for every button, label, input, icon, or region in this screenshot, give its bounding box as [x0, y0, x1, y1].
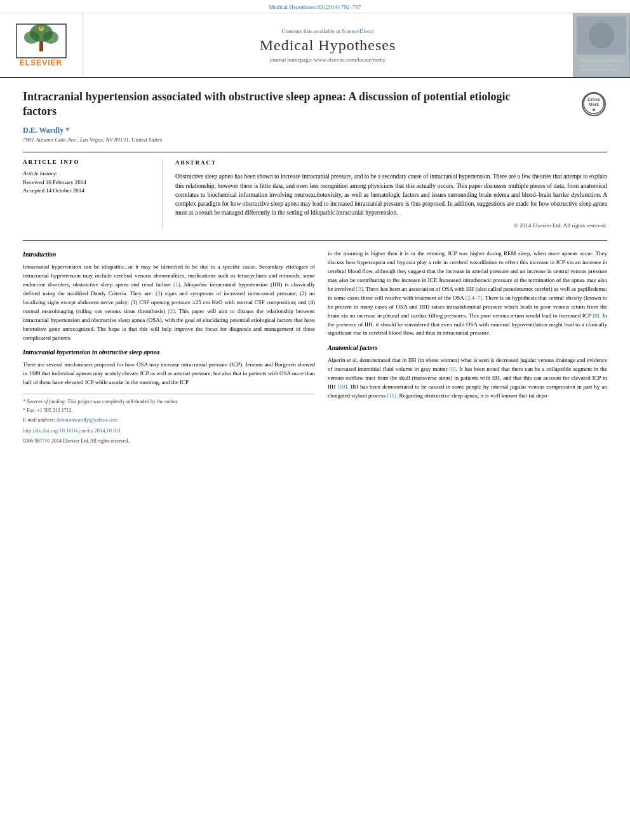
body-col-right: in the morning is higher than it is in t…	[328, 250, 607, 445]
history-label: Article history:	[23, 170, 149, 177]
article-info-col: ARTICLE INFO Article history: Received 1…	[23, 159, 163, 230]
anatomical-p1: Alperin et al. demonstrated that in IIH …	[328, 356, 607, 401]
email-label: E-mail address:	[23, 417, 57, 423]
funding-text: This project was completely self-funded …	[67, 399, 178, 404]
iih-osa-heading: Intracranial hypertension in obstructive…	[23, 347, 315, 357]
elsevier-tree-logo	[16, 23, 67, 58]
anatomical-text: Alperin et al. demonstrated that in IIH …	[328, 357, 607, 399]
email-note: E-mail address: deborahwardly@yahoo.com	[23, 416, 315, 424]
journal-header-left: ELSEVIER	[0, 13, 83, 77]
svg-rect-10	[580, 59, 623, 62]
fax-note: * Fax: +1 505 212 1712.	[23, 407, 315, 415]
body-content: Introduction Intracranial hypertension c…	[23, 240, 607, 445]
crossmark-label: Cross Mark	[583, 93, 605, 116]
anatomical-heading: Anatomical factors	[328, 343, 607, 352]
journal-cover	[573, 13, 630, 77]
sciencedirect-link[interactable]: ScienceDirect	[342, 28, 373, 34]
svg-rect-11	[580, 64, 612, 67]
svg-rect-5	[40, 26, 43, 29]
right-p1-text: in the morning is higher than it is in t…	[328, 250, 607, 336]
svg-text:Mark: Mark	[589, 102, 599, 107]
journal-title: Medical Hypotheses	[260, 37, 396, 54]
svg-rect-12	[580, 69, 618, 71]
introduction-p1: Intracranial hypertension can be idiopat…	[23, 263, 315, 342]
article-title: Intracranial hypertension associated wit…	[23, 90, 544, 119]
intro-text: Intracranial hypertension can be idiopat…	[23, 263, 315, 341]
footer-copyright: 0306-9877/© 2014 Elsevier Ltd. All right…	[23, 437, 315, 445]
journal-citation: Medical Hypotheses 83 (2014) 792–797	[269, 4, 361, 10]
journal-cover-image	[573, 13, 630, 77]
author-affiliation: 7901 Autumn Gate Ave., Las Vegas, NV 891…	[23, 137, 607, 143]
body-col-left: Introduction Intracranial hypertension c…	[23, 250, 315, 445]
author-name: D.E. Wardly *	[23, 126, 607, 135]
copyright: © 2014 Elsevier Ltd. All rights reserved…	[175, 222, 607, 230]
abstract-heading: ABSTRACT	[175, 159, 607, 168]
footer-section: * Sources of funding: This project was c…	[23, 394, 315, 445]
author-section: D.E. Wardly * 7901 Autumn Gate Ave., Las…	[23, 126, 607, 143]
accepted-date: Accepted 14 October 2014	[23, 187, 149, 194]
article-title-section: Intracranial hypertension associated wit…	[23, 90, 607, 119]
svg-rect-3	[39, 41, 43, 51]
introduction-heading: Introduction	[23, 250, 315, 259]
svg-point-9	[589, 23, 614, 48]
sciencedirect-label: Contents lists available at ScienceDirec…	[282, 28, 374, 34]
iih-osa-text: There are several mechanisms proposed fo…	[23, 361, 315, 385]
svg-point-2	[43, 31, 58, 44]
svg-point-1	[24, 31, 39, 44]
email-link[interactable]: deborahwardly@yahoo.com	[57, 417, 117, 423]
doi-link[interactable]: http://dx.doi.org/10.1016/j.mehy.2014.10…	[23, 427, 121, 434]
svg-point-16	[593, 109, 595, 111]
funding-note: * Sources of funding: This project was c…	[23, 398, 315, 406]
crossmark-badge: Cross Mark	[582, 92, 607, 117]
abstract-text: Obstructive sleep apnea has been shown t…	[175, 172, 607, 217]
funding-label: * Sources of funding:	[23, 399, 66, 404]
journal-top-bar: Medical Hypotheses 83 (2014) 792–797	[0, 0, 630, 13]
elsevier-wordmark: ELSEVIER	[20, 58, 62, 67]
journal-header-center: Contents lists available at ScienceDirec…	[83, 13, 573, 77]
page-wrapper: Medical Hypotheses 83 (2014) 792–797 ELS…	[0, 0, 630, 457]
abstract-col: ABSTRACT Obstructive sleep apnea has bee…	[163, 159, 607, 230]
main-content: Intracranial hypertension associated wit…	[0, 78, 630, 457]
journal-homepage: journal homepage: www.elsevier.com/locat…	[270, 57, 385, 63]
svg-text:Cross: Cross	[587, 97, 600, 102]
article-info-heading: ARTICLE INFO	[23, 159, 149, 165]
iih-osa-p1: There are several mechanisms proposed fo…	[23, 361, 315, 387]
journal-header: ELSEVIER Contents lists available at Sci…	[0, 13, 630, 78]
right-col-p1: in the morning is higher than it is in t…	[328, 250, 607, 338]
received-date: Received 16 February 2014	[23, 179, 149, 185]
article-info-abstract: ARTICLE INFO Article history: Received 1…	[23, 152, 607, 230]
crossmark-circle: Cross Mark	[582, 92, 606, 116]
